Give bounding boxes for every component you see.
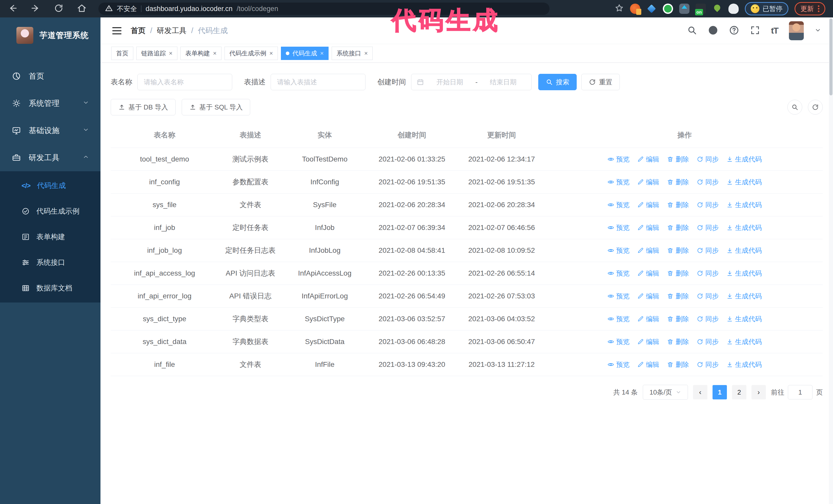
update-button[interactable]: 更新 (794, 2, 825, 16)
search-icon[interactable] (687, 25, 697, 37)
tag-form-builder[interactable]: 表单构建× (181, 47, 221, 60)
sync-link[interactable]: 同步 (697, 245, 719, 256)
page-button-1[interactable]: 1 (713, 385, 727, 400)
sync-link[interactable]: 同步 (697, 314, 719, 324)
submenu-item-form-builder[interactable]: 表单构建 (0, 224, 100, 250)
extension-icon[interactable]: on (696, 4, 706, 14)
sync-link[interactable]: 同步 (697, 291, 719, 301)
date-end-placeholder[interactable]: 结束日期 (480, 78, 526, 87)
date-start-placeholder[interactable]: 开始日期 (427, 78, 473, 87)
import-sql-button[interactable]: 基于 SQL 导入 (182, 99, 251, 115)
fullscreen-icon[interactable] (750, 25, 760, 37)
delete-link[interactable]: 删除 (667, 314, 689, 324)
close-icon[interactable]: × (213, 50, 217, 57)
edit-link[interactable]: 编辑 (637, 154, 659, 164)
sync-link[interactable]: 同步 (697, 359, 719, 370)
sync-link[interactable]: 同步 (697, 222, 719, 233)
delete-link[interactable]: 删除 (667, 200, 689, 210)
delete-link[interactable]: 删除 (667, 337, 689, 347)
close-icon[interactable]: × (364, 50, 368, 57)
preview-link[interactable]: 预览 (608, 154, 629, 164)
submenu-item-db-doc[interactable]: 数据库文档 (0, 275, 100, 301)
prev-page-button[interactable]: ‹ (693, 385, 708, 400)
extension-icon[interactable] (630, 4, 640, 14)
sync-link[interactable]: 同步 (697, 177, 719, 187)
generate-code-link[interactable]: 生成代码 (727, 222, 762, 233)
sync-link[interactable]: 同步 (697, 337, 719, 347)
submenu-item-codegen[interactable]: </> 代码生成 (0, 173, 100, 198)
edit-link[interactable]: 编辑 (637, 268, 659, 279)
delete-link[interactable]: 删除 (667, 222, 689, 233)
sync-link[interactable]: 同步 (697, 200, 719, 210)
generate-code-link[interactable]: 生成代码 (727, 314, 762, 324)
generate-code-link[interactable]: 生成代码 (727, 177, 762, 187)
delete-link[interactable]: 删除 (667, 154, 689, 164)
delete-link[interactable]: 删除 (667, 268, 689, 279)
extension-icon[interactable] (646, 4, 657, 14)
toggle-search-button[interactable] (787, 100, 802, 115)
close-icon[interactable]: × (269, 50, 273, 57)
scrollbar-thumb[interactable] (829, 19, 832, 95)
submenu-item-system-api[interactable]: 系统接口 (0, 250, 100, 275)
security-warning[interactable]: 不安全 (117, 4, 137, 13)
kebab-menu-icon[interactable] (818, 5, 819, 12)
generate-code-link[interactable]: 生成代码 (727, 359, 762, 370)
bookmark-star-icon[interactable] (615, 4, 624, 14)
extension-icon[interactable] (663, 4, 673, 14)
help-icon[interactable] (729, 25, 739, 37)
home-icon[interactable] (77, 3, 87, 14)
user-avatar[interactable] (789, 21, 804, 40)
generate-code-link[interactable]: 生成代码 (727, 268, 762, 279)
edit-link[interactable]: 编辑 (637, 337, 659, 347)
back-icon[interactable] (8, 3, 18, 14)
page-button-2[interactable]: 2 (732, 385, 746, 400)
preview-link[interactable]: 预览 (608, 314, 629, 324)
generate-code-link[interactable]: 生成代码 (727, 245, 762, 256)
preview-link[interactable]: 预览 (608, 177, 629, 187)
close-icon[interactable]: × (320, 50, 324, 57)
font-size-icon[interactable]: tT (771, 26, 778, 35)
github-icon[interactable] (708, 25, 718, 37)
page-size-select[interactable]: 10条/页 (643, 385, 688, 400)
edit-link[interactable]: 编辑 (637, 177, 659, 187)
edit-link[interactable]: 编辑 (637, 291, 659, 301)
preview-link[interactable]: 预览 (608, 268, 629, 279)
edit-link[interactable]: 编辑 (637, 359, 659, 370)
refresh-table-button[interactable] (808, 100, 823, 115)
forward-icon[interactable] (31, 3, 41, 14)
delete-link[interactable]: 删除 (667, 291, 689, 301)
submenu-item-codegen-example[interactable]: 代码生成示例 (0, 198, 100, 224)
sidebar-item-system[interactable]: 系统管理 (0, 90, 100, 117)
edit-link[interactable]: 编辑 (637, 314, 659, 324)
reset-button[interactable]: 重置 (581, 74, 620, 90)
sidebar-item-home[interactable]: 首页 (0, 63, 100, 90)
preview-link[interactable]: 预览 (608, 222, 629, 233)
date-range-picker[interactable]: 开始日期 - 结束日期 (411, 74, 531, 90)
tag-home[interactable]: 首页 (111, 47, 133, 60)
delete-link[interactable]: 删除 (667, 245, 689, 256)
generate-code-link[interactable]: 生成代码 (727, 154, 762, 164)
table-desc-input[interactable] (271, 74, 365, 90)
tag-codegen-example[interactable]: 代码生成示例× (224, 47, 278, 60)
tag-codegen[interactable]: 代码生成× (281, 47, 329, 60)
edit-link[interactable]: 编辑 (637, 245, 659, 256)
preview-link[interactable]: 预览 (608, 245, 629, 256)
sidebar-item-infra[interactable]: 基础设施 (0, 117, 100, 144)
preview-link[interactable]: 预览 (608, 291, 629, 301)
import-db-button[interactable]: 基于 DB 导入 (111, 99, 175, 115)
sync-link[interactable]: 同步 (697, 268, 719, 279)
generate-code-link[interactable]: 生成代码 (727, 200, 762, 210)
preview-link[interactable]: 预览 (608, 200, 629, 210)
reload-icon[interactable] (54, 3, 64, 14)
edit-link[interactable]: 编辑 (637, 222, 659, 233)
sidebar-toggle-icon[interactable] (112, 27, 121, 34)
breadcrumb-home[interactable]: 首页 (131, 26, 146, 36)
extension-icon[interactable] (729, 4, 739, 14)
preview-link[interactable]: 预览 (608, 359, 629, 370)
extension-icon[interactable] (712, 4, 722, 14)
sidebar-item-devtools[interactable]: 研发工具 (0, 144, 100, 171)
generate-code-link[interactable]: 生成代码 (727, 291, 762, 301)
close-icon[interactable]: × (169, 50, 172, 57)
next-page-button[interactable]: › (752, 385, 766, 400)
generate-code-link[interactable]: 生成代码 (727, 337, 762, 347)
